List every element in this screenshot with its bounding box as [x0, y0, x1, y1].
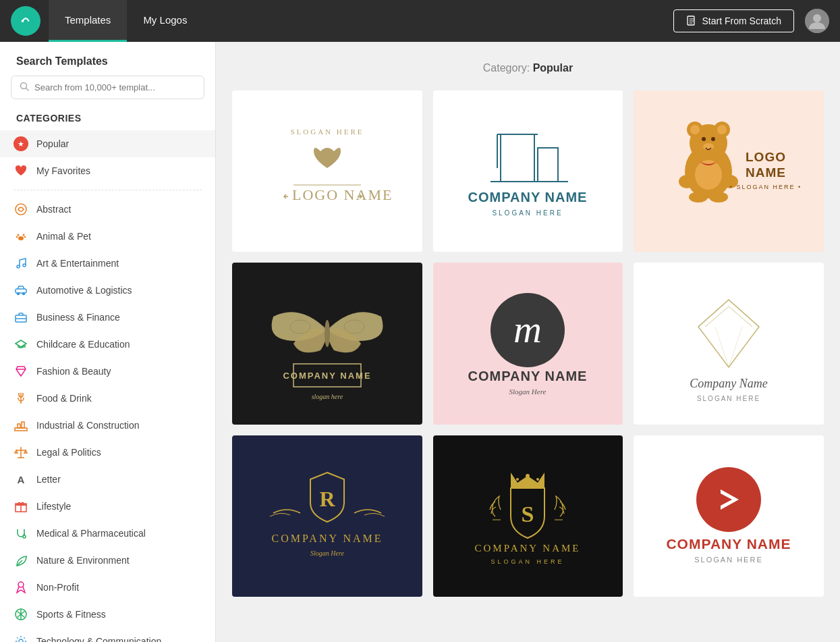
category-label-automotive: Automotive & Logistics — [36, 285, 132, 296]
construction-icon — [13, 418, 28, 433]
svg-point-43 — [703, 143, 714, 150]
template-card-8[interactable]: S COMPANY NAME SLOGAN HERE — [433, 435, 623, 597]
tab-templates[interactable]: Templates — [49, 0, 127, 42]
abstract-icon — [13, 202, 28, 217]
svg-text:slogan here: slogan here — [312, 393, 343, 400]
food-icon — [13, 391, 28, 406]
categories-title: Categories — [0, 113, 215, 130]
svg-text:• SLOGAN HERE •: • SLOGAN HERE • — [730, 184, 802, 190]
category-label-letter: Letter — [36, 474, 61, 485]
svg-text:LOGO NAME: LOGO NAME — [292, 186, 393, 203]
briefcase-icon — [13, 310, 28, 325]
gear-icon — [13, 634, 28, 642]
app-logo[interactable] — [11, 6, 40, 36]
sidebar-item-sports[interactable]: Sports & Fitness — [0, 601, 215, 628]
svg-line-63 — [729, 327, 742, 367]
svg-point-41 — [702, 137, 706, 141]
sidebar-item-business-finance[interactable]: Business & Finance — [0, 304, 215, 331]
sidebar-title: Search Templates — [0, 55, 215, 76]
svg-text:NAME: NAME — [746, 165, 786, 180]
svg-text:m: m — [514, 307, 542, 351]
svg-point-1 — [22, 20, 24, 22]
sidebar-item-lifestyle[interactable]: Lifestyle — [0, 493, 215, 520]
sidebar-item-childcare[interactable]: Childcare & Education — [0, 331, 215, 358]
category-label-sports: Sports & Fitness — [36, 609, 106, 620]
search-input[interactable] — [34, 82, 196, 92]
sidebar-item-nonprofit[interactable]: Non-Profit — [0, 574, 215, 601]
leaf-icon — [13, 553, 28, 568]
template-card-1[interactable]: SLOGAN HERE LOGO NAME — [232, 90, 422, 252]
sidebar-item-art-entertainment[interactable]: Art & Entertainment — [0, 250, 215, 277]
category-label-food-drink: Food & Drink — [36, 393, 92, 404]
category-prefix: Category: — [483, 62, 530, 74]
svg-text:Slogan Here: Slogan Here — [509, 387, 547, 396]
sidebar-item-letter[interactable]: A Letter — [0, 466, 215, 493]
sidebar-item-medical[interactable]: Medical & Pharmaceutical — [0, 520, 215, 547]
sidebar-item-fashion-beauty[interactable]: Fashion & Beauty — [0, 358, 215, 385]
svg-line-62 — [715, 327, 729, 367]
svg-point-10 — [16, 236, 18, 238]
svg-point-11 — [24, 236, 26, 238]
svg-text:S: S — [522, 502, 534, 527]
svg-point-9 — [23, 234, 25, 236]
template-card-7[interactable]: R COMPANY NAME Slogan Here — [232, 435, 422, 597]
sidebar-item-nature[interactable]: Nature & Environment — [0, 547, 215, 574]
sidebar-item-my-favorites[interactable]: My Favorites — [0, 157, 215, 184]
svg-point-44 — [679, 175, 695, 188]
user-avatar[interactable] — [805, 9, 829, 33]
category-label-legal: Legal & Politics — [36, 447, 101, 458]
svg-point-6 — [16, 204, 26, 215]
svg-point-0 — [18, 14, 34, 29]
svg-point-40 — [717, 125, 727, 134]
education-icon — [13, 337, 28, 352]
search-icon — [20, 82, 29, 93]
sidebar-item-technology[interactable]: Technology & Communication — [0, 628, 215, 642]
svg-point-15 — [18, 293, 20, 295]
category-label-abstract: Abstract — [36, 204, 71, 215]
svg-point-46 — [689, 192, 708, 203]
stethoscope-icon — [13, 526, 28, 541]
sidebar-item-automotive[interactable]: Automotive & Logistics — [0, 277, 215, 304]
category-name: Popular — [533, 62, 573, 74]
svg-text:SLOGAN HERE: SLOGAN HERE — [491, 558, 565, 565]
document-icon — [686, 16, 697, 26]
svg-text:SLOGAN HERE: SLOGAN HERE — [290, 128, 364, 136]
template-card-2[interactable]: COMPANY NAME SLOGAN HERE — [433, 90, 623, 252]
category-label-industrial: Industrial & Construction — [36, 420, 140, 431]
svg-rect-20 — [22, 422, 24, 428]
sidebar-item-food-drink[interactable]: Food & Drink — [0, 385, 215, 412]
category-label-my-favorites: My Favorites — [36, 165, 90, 176]
svg-rect-19 — [18, 424, 20, 428]
template-card-6[interactable]: Company Name SLOGAN HERE — [634, 263, 824, 424]
main-content: Category: Popular SLOGAN HERE LOGO NAME — [216, 42, 840, 642]
svg-point-12 — [17, 265, 20, 268]
start-from-scratch-button[interactable]: Start From Scratch — [673, 9, 794, 32]
svg-rect-18 — [15, 428, 27, 431]
svg-point-7 — [18, 236, 24, 240]
template-card-5[interactable]: m COMPANY NAME Slogan Here — [433, 263, 623, 424]
svg-text:COMPANY NAME: COMPANY NAME — [475, 543, 581, 554]
category-label-lifestyle: Lifestyle — [36, 501, 71, 512]
search-bar[interactable] — [11, 76, 204, 99]
diamond-icon — [13, 364, 28, 379]
category-label-technology: Technology & Communication — [36, 636, 161, 642]
templates-grid: SLOGAN HERE LOGO NAME — [232, 90, 824, 597]
template-card-3[interactable]: LOGO NAME • SLOGAN HERE • — [634, 90, 824, 252]
svg-point-39 — [690, 125, 700, 134]
sidebar-item-popular[interactable]: ★ Popular — [0, 130, 215, 157]
sidebar-item-animal-pet[interactable]: Animal & Pet — [0, 223, 215, 250]
gift-icon — [13, 499, 28, 514]
sidebar-item-legal[interactable]: Legal & Politics — [0, 439, 215, 466]
template-card-4[interactable]: COMPANY NAME slogan here — [232, 263, 422, 424]
template-card-9[interactable]: COMPANY NAME SLOGAN HERE — [634, 435, 824, 597]
category-label-fashion-beauty: Fashion & Beauty — [36, 366, 111, 377]
svg-text:SLOGAN HERE: SLOGAN HERE — [694, 556, 762, 564]
svg-point-24 — [19, 639, 23, 642]
svg-point-69 — [526, 474, 530, 478]
sidebar-item-abstract[interactable]: Abstract — [0, 196, 215, 223]
svg-text:SLOGAN HERE: SLOGAN HERE — [697, 395, 760, 402]
sidebar-item-industrial[interactable]: Industrial & Construction — [0, 412, 215, 439]
svg-rect-14 — [16, 289, 26, 293]
category-label-business-finance: Business & Finance — [36, 312, 120, 323]
tab-my-logos[interactable]: My Logos — [127, 0, 203, 42]
